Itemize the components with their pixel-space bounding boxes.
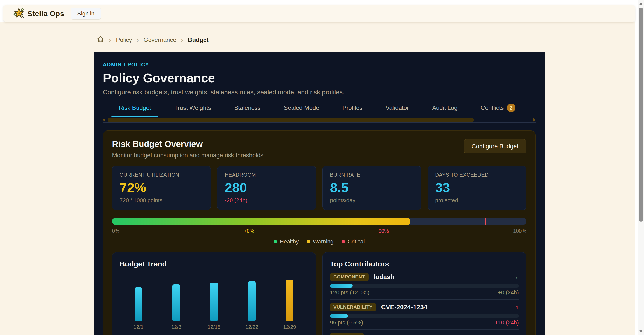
policy-governance-panel: ADMIN / POLICY Policy Governance Configu… — [94, 52, 544, 335]
breadcrumb-separator: › — [109, 36, 111, 44]
stat-days-to-exceeded: DAYS TO EXCEEDED 33 projected — [428, 166, 526, 210]
critical-threshold-marker — [485, 218, 486, 225]
legend-healthy: Healthy — [274, 238, 298, 245]
legend-critical: Critical — [342, 238, 364, 245]
tab-profiles[interactable]: Profiles — [335, 104, 370, 117]
contributor-progress-fill — [330, 284, 353, 287]
breadcrumb-policy[interactable]: Policy — [116, 37, 132, 43]
app-header: Stella Ops Sign in — [4, 5, 635, 22]
tab-scroll-left-arrow[interactable] — [103, 118, 106, 122]
page-background: › Policy › Governance › Budget ADMIN / P… — [0, 22, 635, 335]
tab-clipped[interactable]: Pl — [531, 104, 536, 117]
legend-warning: Warning — [307, 238, 334, 245]
tab-conflicts[interactable]: Conflicts 2 — [473, 104, 522, 117]
section-eyebrow: ADMIN / POLICY — [103, 62, 536, 68]
trend-bar — [286, 280, 294, 320]
tab-scroll-right-arrow[interactable] — [533, 118, 536, 122]
category-badge: CATEGORY — [330, 333, 364, 335]
contributor-progress-track — [330, 314, 519, 317]
tab-audit-log[interactable]: Audit Log — [425, 104, 465, 117]
critical-dot-icon — [342, 240, 345, 243]
contributor-row-lodash: COMPONENT lodash → 120 pts (12.0%) +0 (2… — [330, 273, 519, 299]
tab-trust-weights[interactable]: Trust Weights — [167, 104, 218, 117]
utilization-progress-bar — [112, 218, 526, 225]
arrow-right-icon[interactable]: → — [512, 333, 519, 335]
sign-in-button[interactable]: Sign in — [71, 8, 101, 20]
budget-trend-x-labels: 12/1 12/8 12/15 12/22 12/29 — [120, 324, 308, 330]
trend-bar — [248, 281, 256, 320]
scroll-down-arrow[interactable] — [639, 330, 643, 332]
warning-dot-icon — [307, 240, 310, 243]
stella-ops-logo-icon — [13, 8, 24, 20]
breadcrumb-budget: Budget — [188, 37, 208, 43]
stat-cards: CURRENT UTILIZATION 72% 720 / 1000 point… — [112, 166, 526, 210]
budget-trend-chart — [120, 273, 308, 320]
conflicts-count-badge: 2 — [507, 104, 516, 112]
tab-risk-budget[interactable]: Risk Budget — [112, 104, 158, 117]
contributor-progress-fill — [330, 314, 348, 317]
budget-trend-card: Budget Trend 12/1 12/8 12/15 12/22 12/29 — [112, 252, 316, 335]
breadcrumb-governance[interactable]: Governance — [144, 37, 176, 43]
breadcrumb: › Policy › Governance › Budget — [96, 35, 635, 45]
overview-subtitle: Monitor budget consumption and manage ri… — [112, 152, 265, 159]
breadcrumb-separator: › — [181, 36, 183, 44]
breadcrumb-separator: › — [137, 36, 139, 44]
risk-budget-overview-card: Risk Budget Overview Monitor budget cons… — [103, 130, 536, 335]
component-badge: COMPONENT — [330, 273, 368, 281]
status-legend: Healthy Warning Critical — [112, 238, 526, 245]
healthy-dot-icon — [274, 240, 277, 243]
stat-burn-rate: BURN RATE 8.5 points/day — [322, 166, 421, 210]
tab-scrollbar-thumb[interactable] — [108, 118, 474, 122]
page-title: Policy Governance — [103, 71, 536, 85]
app-title: Stella Ops — [28, 10, 64, 18]
page-subtitle: Configure risk budgets, trust weights, s… — [103, 89, 536, 96]
tab-validator[interactable]: Validator — [378, 104, 416, 117]
configure-budget-button[interactable]: Configure Budget — [464, 139, 526, 153]
top-contributors-title: Top Contributors — [330, 260, 519, 268]
arrow-up-icon[interactable]: ↑ — [516, 303, 519, 311]
scroll-up-arrow[interactable] — [639, 3, 643, 5]
contributor-progress-track — [330, 284, 519, 287]
tab-scrollbar — [103, 118, 536, 122]
page-scrollbar — [638, 0, 644, 335]
contributor-row-cve: VULNERABILITY CVE-2024-1234 ↑ 95 pts (9.… — [330, 303, 519, 330]
tab-sealed-mode[interactable]: Sealed Mode — [276, 104, 326, 117]
stat-headroom: HEADROOM 280 -20 (24h) — [217, 166, 316, 210]
utilization-fill — [112, 218, 410, 225]
budget-trend-title: Budget Trend — [120, 260, 308, 268]
trend-bar — [134, 287, 142, 320]
overview-title: Risk Budget Overview — [112, 139, 265, 149]
trend-bar — [210, 282, 218, 320]
home-icon[interactable] — [96, 35, 104, 45]
contributor-row-category: CATEGORY Vulnerabilities → — [330, 333, 519, 335]
arrow-right-icon[interactable]: → — [512, 273, 519, 281]
page-scrollbar-thumb[interactable] — [639, 8, 643, 222]
vulnerability-badge: VULNERABILITY — [330, 303, 376, 311]
tab-scrollbar-track[interactable] — [106, 118, 532, 122]
tab-staleness[interactable]: Staleness — [227, 104, 268, 117]
stat-current-utilization: CURRENT UTILIZATION 72% 720 / 1000 point… — [112, 166, 211, 210]
tab-bar: Risk Budget Trust Weights Staleness Seal… — [103, 104, 536, 117]
brand: Stella Ops — [13, 8, 64, 20]
top-contributors-card: Top Contributors COMPONENT lodash → — [322, 252, 526, 335]
trend-bar — [172, 284, 180, 320]
utilization-axis-labels: 0% 70% 90% 100% — [112, 228, 526, 234]
